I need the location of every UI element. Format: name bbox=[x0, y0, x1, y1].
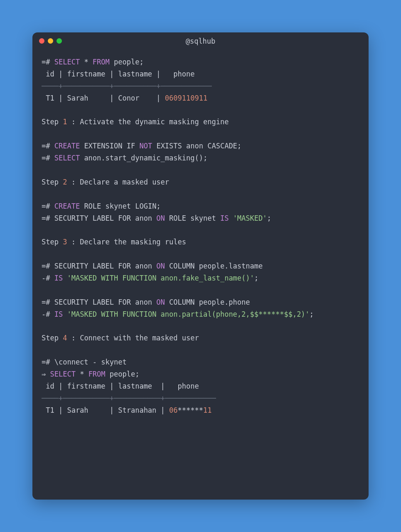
token-kw: FROM bbox=[93, 58, 110, 66]
token-text: -# bbox=[42, 310, 54, 318]
code-line bbox=[42, 320, 359, 332]
token-kw: IS bbox=[54, 310, 63, 318]
code-line: ────+───────────+──────────+──────────── bbox=[42, 80, 359, 92]
token-kw: CREATE bbox=[54, 202, 80, 210]
token-text: ; bbox=[310, 310, 314, 318]
code-line: =# SECURITY LABEL FOR anon ON COLUMN peo… bbox=[42, 296, 359, 308]
token-num: 06 bbox=[169, 406, 177, 414]
token-str: 'MASKED WITH FUNCTION anon.partial(phone… bbox=[67, 310, 309, 318]
code-line: =# SELECT anon.start_dynamic_masking(); bbox=[42, 152, 359, 164]
token-text: =# bbox=[42, 58, 54, 66]
code-line bbox=[42, 224, 359, 236]
token-text: =# SECURITY LABEL FOR anon bbox=[42, 262, 156, 270]
token-num: 3 bbox=[63, 238, 67, 246]
token-text: ⇒ bbox=[42, 370, 50, 378]
code-line: -# IS 'MASKED WITH FUNCTION anon.fake_la… bbox=[42, 272, 359, 284]
token-num: 1 bbox=[63, 118, 67, 126]
token-text: =# SECURITY LABEL FOR anon bbox=[42, 214, 156, 222]
token-text: ROLE skynet bbox=[165, 214, 220, 222]
code-line bbox=[42, 104, 359, 116]
token-kw: SELECT bbox=[54, 58, 80, 66]
token-text: ; bbox=[267, 214, 271, 222]
token-kw: IS bbox=[220, 214, 229, 222]
token-text bbox=[63, 310, 67, 318]
code-line bbox=[42, 284, 359, 296]
code-line: =# SELECT * FROM people; bbox=[42, 56, 359, 68]
code-line: Step 3 : Declare the masking rules bbox=[42, 236, 359, 248]
code-line: Step 1 : Activate the dynamic masking en… bbox=[42, 116, 359, 128]
token-text: : Connect with the masked user bbox=[67, 334, 199, 342]
token-text: ****** bbox=[178, 406, 203, 414]
token-dim: ────+───────────+───────────+───────────… bbox=[42, 394, 216, 402]
token-num: 0609110911 bbox=[165, 94, 207, 102]
token-text: ROLE skynet LOGIN; bbox=[80, 202, 160, 210]
token-kw: SELECT bbox=[50, 370, 75, 378]
token-dim: ────+───────────+──────────+──────────── bbox=[42, 82, 212, 90]
token-text: T1 | Sarah | Conor | bbox=[42, 94, 165, 102]
token-text: : Declare a masked user bbox=[67, 178, 169, 186]
token-text: T1 | Sarah | Stranahan | bbox=[42, 406, 169, 414]
code-line bbox=[42, 128, 359, 140]
token-text: anon.start_dynamic_masking(); bbox=[80, 154, 207, 162]
token-text: =# bbox=[42, 154, 54, 162]
token-kw: CREATE bbox=[54, 142, 80, 150]
code-line: ⇒ SELECT * FROM people; bbox=[42, 368, 359, 380]
token-text: : Activate the dynamic masking engine bbox=[67, 118, 229, 126]
token-kw: ON bbox=[156, 298, 165, 306]
token-text: COLUMN people.lastname bbox=[165, 262, 263, 270]
minimize-icon[interactable] bbox=[48, 38, 53, 44]
token-text: EXISTS anon CASCADE; bbox=[152, 142, 241, 150]
token-text: Step bbox=[42, 118, 63, 126]
token-text: =# SECURITY LABEL FOR anon bbox=[42, 298, 156, 306]
zoom-icon[interactable] bbox=[57, 38, 62, 44]
code-line: id | firstname | lastname | phone bbox=[42, 68, 359, 80]
code-line: Step 4 : Connect with the masked user bbox=[42, 332, 359, 344]
code-line: -# IS 'MASKED WITH FUNCTION anon.partial… bbox=[42, 308, 359, 320]
token-text: -# bbox=[42, 274, 54, 282]
token-text: * bbox=[76, 370, 89, 378]
token-kw: ON bbox=[156, 214, 165, 222]
terminal-content: =# SELECT * FROM people; id | firstname … bbox=[32, 48, 369, 425]
close-icon[interactable] bbox=[39, 38, 44, 44]
traffic-lights bbox=[39, 38, 62, 44]
code-line: T1 | Sarah | Conor | 0609110911 bbox=[42, 92, 359, 104]
token-text: people; bbox=[110, 58, 144, 66]
code-line: id | firstname | lastname | phone bbox=[42, 380, 359, 392]
token-text bbox=[229, 214, 233, 222]
code-line: ────+───────────+───────────+───────────… bbox=[42, 392, 359, 404]
code-line bbox=[42, 188, 359, 200]
code-line: =# CREATE ROLE skynet LOGIN; bbox=[42, 200, 359, 212]
token-text: =# bbox=[42, 202, 54, 210]
token-kw: SELECT bbox=[54, 154, 80, 162]
token-num: 4 bbox=[63, 334, 67, 342]
token-kw: ON bbox=[156, 262, 165, 270]
token-text: : Declare the masking rules bbox=[67, 238, 186, 246]
token-text: id | firstname | lastname | phone bbox=[42, 382, 199, 390]
code-line: Step 2 : Declare a masked user bbox=[42, 176, 359, 188]
code-line bbox=[42, 164, 359, 176]
token-text bbox=[63, 274, 67, 282]
token-text: ; bbox=[254, 274, 258, 282]
token-kw: NOT bbox=[139, 142, 152, 150]
code-line bbox=[42, 248, 359, 260]
token-kw: FROM bbox=[89, 370, 106, 378]
token-text: Step bbox=[42, 334, 63, 342]
token-text: id | firstname | lastname | phone bbox=[42, 70, 194, 78]
token-num: 11 bbox=[203, 406, 212, 414]
token-text: * bbox=[80, 58, 93, 66]
token-text: EXTENSION IF bbox=[80, 142, 139, 150]
titlebar: @sqlhub bbox=[32, 32, 369, 48]
token-text: Step bbox=[42, 178, 63, 186]
token-num: 2 bbox=[63, 178, 67, 186]
token-str: 'MASKED WITH FUNCTION anon.fake_last_nam… bbox=[67, 274, 254, 282]
code-line: =# CREATE EXTENSION IF NOT EXISTS anon C… bbox=[42, 140, 359, 152]
terminal-window: @sqlhub =# SELECT * FROM people; id | fi… bbox=[32, 32, 369, 500]
token-text: COLUMN people.phone bbox=[165, 298, 250, 306]
token-text: people; bbox=[106, 370, 140, 378]
code-line bbox=[42, 344, 359, 356]
code-line: =# \connect - skynet bbox=[42, 356, 359, 368]
token-str: 'MASKED' bbox=[233, 214, 267, 222]
token-text: =# bbox=[42, 142, 54, 150]
code-line: T1 | Sarah | Stranahan | 06******11 bbox=[42, 404, 359, 416]
token-text: Step bbox=[42, 238, 63, 246]
